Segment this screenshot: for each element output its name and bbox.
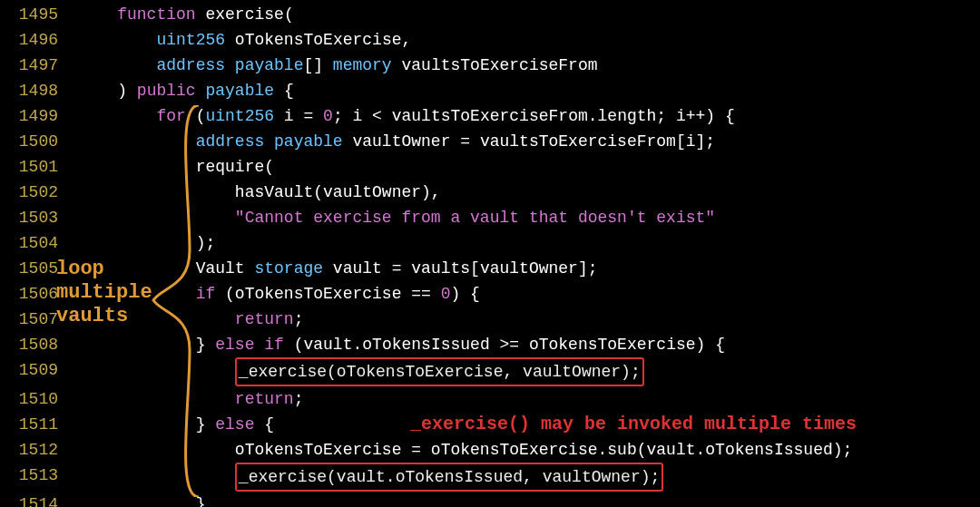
code-line: 1500 address payable vaultOwner = vaults… [0, 129, 980, 154]
line-number: 1498 [0, 78, 58, 103]
code-line: 1495 function exercise( [0, 2, 980, 27]
code-line: 1508 } else if (vault.oTokensIssued >= o… [0, 332, 980, 357]
highlight-box: _exercise(vault.oTokensIssued, vaultOwne… [235, 463, 663, 492]
code-line: 1499 for (uint256 i = 0; i < vaultsToExe… [0, 103, 980, 129]
code-line: 1498 ) public payable { [0, 78, 980, 103]
line-content: address payable vaultOwner = vaultsToExe… [58, 129, 715, 154]
code-line: 1512 oTokensToExercise = oTokensToExerci… [0, 437, 980, 463]
line-content: return; [58, 386, 303, 412]
annotation-vaults: vaults [56, 305, 128, 328]
line-number: 1512 [0, 437, 58, 463]
line-number: 1497 [0, 53, 58, 78]
line-content: function exercise( [58, 2, 294, 27]
line-content: _exercise(oTokensToExercise, vaultOwner)… [58, 357, 644, 386]
line-number: 1504 [0, 230, 58, 256]
code-line: 1510 return; [0, 386, 980, 412]
line-number: 1502 [0, 180, 58, 205]
line-number: 1507 [0, 307, 58, 332]
line-number: 1505 [0, 256, 58, 281]
line-number: 1514 [0, 492, 58, 507]
line-content: } else if (vault.oTokensIssued >= oToken… [58, 332, 725, 357]
annotation-loop: loop [56, 258, 104, 281]
line-number: 1511 [0, 412, 58, 437]
line-content: "Cannot exercise from a vault that doesn… [58, 205, 715, 230]
line-content: require( [58, 154, 274, 180]
line-number: 1495 [0, 2, 58, 27]
line-number: 1496 [0, 27, 58, 53]
code-line: 1505 Vault storage vault = vaults[vaultO… [0, 256, 980, 281]
line-number: 1510 [0, 386, 58, 412]
code-line: 1514 } [0, 492, 980, 507]
highlight-box: _exercise(oTokensToExercise, vaultOwner)… [235, 357, 644, 386]
line-content: _exercise(vault.oTokensIssued, vaultOwne… [58, 463, 663, 492]
code-line: 1507 return; [0, 307, 980, 332]
code-line: 1502 hasVault(vaultOwner), [0, 180, 980, 205]
line-number: 1503 [0, 205, 58, 230]
line-content: hasVault(vaultOwner), [58, 180, 441, 205]
line-number: 1501 [0, 154, 58, 180]
line-content: Vault storage vault = vaults[vaultOwner]… [58, 256, 598, 281]
line-content: ) public payable { [58, 78, 294, 103]
line-content: } else { [58, 412, 274, 437]
code-line: 1503 "Cannot exercise from a vault that … [0, 205, 980, 230]
line-content: } [58, 492, 205, 507]
line-number: 1508 [0, 332, 58, 357]
line-number: 1500 [0, 129, 58, 154]
annotation-multiple: multiple [56, 281, 152, 305]
line-number: 1513 [0, 463, 58, 492]
code-line: 1509 _exercise(oTokensToExercise, vaultO… [0, 357, 980, 386]
line-number: 1506 [0, 281, 58, 307]
code-line: 1501 require( [0, 154, 980, 180]
line-content: oTokensToExercise = oTokensToExercise.su… [58, 437, 852, 463]
code-line: 1496 uint256 oTokensToExercise, [0, 27, 980, 53]
code-line: 1513 _exercise(vault.oTokensIssued, vaul… [0, 463, 980, 492]
annotation-exercise: _exercise() may be invoked multiple time… [410, 412, 857, 437]
line-content: ); [58, 230, 215, 256]
line-number: 1499 [0, 103, 58, 129]
code-line: 1497 address payable[] memory vaultsToEx… [0, 53, 980, 78]
line-content: address payable[] memory vaultsToExercis… [58, 53, 598, 78]
line-content: for (uint256 i = 0; i < vaultsToExercise… [58, 103, 735, 129]
line-number: 1509 [0, 357, 58, 386]
code-line: 1504 ); [0, 230, 980, 256]
line-content: uint256 oTokensToExercise, [58, 27, 411, 53]
